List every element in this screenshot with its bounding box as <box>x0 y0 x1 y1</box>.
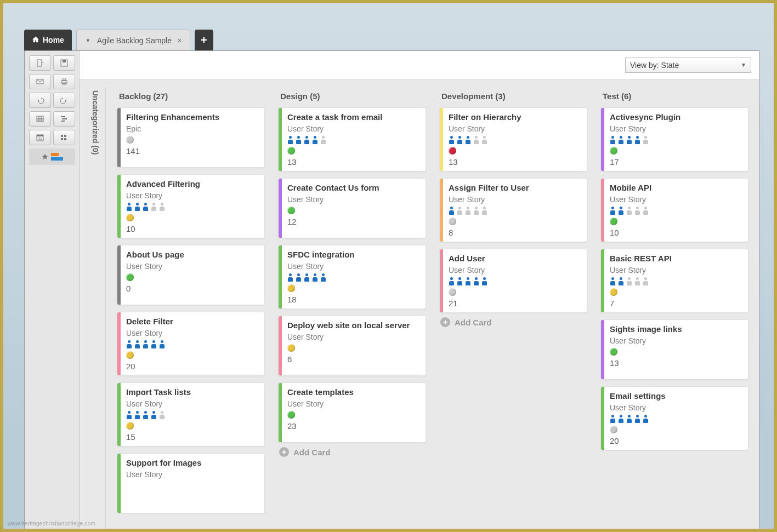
card-title: Import Task lists <box>126 387 259 397</box>
card[interactable]: Support for ImagesUser Story <box>117 453 265 513</box>
person-icon <box>473 207 479 215</box>
uncategorized-label: Uncategorized (0) <box>91 87 100 155</box>
add-tab-button[interactable]: + <box>195 30 213 50</box>
card[interactable]: Sights image linksUser Story13 <box>600 319 748 380</box>
person-icon <box>626 415 632 423</box>
person-icon <box>465 136 471 144</box>
svg-rect-10 <box>61 121 65 122</box>
person-icon <box>618 277 624 285</box>
card-points: 12 <box>287 217 420 226</box>
card-type: User Story <box>126 191 259 200</box>
status-dot <box>126 351 134 359</box>
card-people <box>126 340 259 348</box>
card[interactable]: Email settingsUser Story20 <box>600 386 748 450</box>
person-icon <box>126 411 132 419</box>
card[interactable]: Activesync PluginUser Story17 <box>600 107 748 171</box>
card-type: User Story <box>287 262 420 271</box>
person-icon <box>634 136 640 144</box>
person-icon <box>481 207 487 215</box>
card-people <box>449 136 581 144</box>
person-icon <box>643 415 649 423</box>
status-dot <box>126 136 134 144</box>
svg-rect-2 <box>63 60 66 62</box>
gantt-view-button[interactable] <box>53 111 75 127</box>
card[interactable]: SFDC integrationUser Story18 <box>278 245 426 309</box>
uncategorized-column[interactable]: Uncategorized (0) <box>85 87 106 529</box>
card-title: Create a task from email <box>287 112 420 122</box>
card[interactable]: Filtering EnhancementsEpic141 <box>117 107 265 168</box>
card[interactable]: Delete FilterUser Story20 <box>117 312 265 376</box>
person-icon <box>634 277 640 285</box>
view-by-label: View by: State <box>630 61 679 70</box>
card-title: Email settings <box>610 391 742 401</box>
redo-button[interactable] <box>53 93 75 108</box>
person-icon <box>626 277 632 285</box>
card-points: 21 <box>449 299 581 308</box>
status-dot <box>126 273 134 281</box>
column-test: Test (6)Activesync PluginUser Story17Mob… <box>598 87 751 529</box>
add-card-button[interactable]: +Add Card <box>437 313 589 331</box>
card-people <box>126 203 259 211</box>
new-doc-button[interactable] <box>29 55 51 71</box>
card[interactable]: Basic REST APIUser Story7 <box>600 249 748 313</box>
card[interactable]: Create Contact Us formUser Story12 <box>278 178 426 238</box>
card[interactable]: Create templatesUser Story23 <box>278 382 426 443</box>
card[interactable]: Filter on HierarchyUser Story13 <box>439 107 587 171</box>
card-type: User Story <box>287 195 420 204</box>
person-icon <box>457 207 463 215</box>
person-icon <box>312 273 318 282</box>
card-points: 0 <box>126 284 259 293</box>
grid-view-button[interactable] <box>29 111 51 127</box>
person-icon <box>151 203 157 211</box>
person-icon <box>134 411 140 419</box>
person-icon <box>296 273 302 282</box>
undo-button[interactable] <box>29 93 51 108</box>
card[interactable]: Mobile APIUser Story10 <box>600 178 748 242</box>
card-title: Activesync Plugin <box>610 112 742 122</box>
card[interactable]: Deploy web site on local serverUser Stor… <box>278 316 426 376</box>
column-header: Development (3) <box>437 87 589 107</box>
card-people <box>287 136 420 144</box>
chevron-down-icon: ▼ <box>741 62 746 68</box>
home-tab[interactable]: Home <box>24 30 72 50</box>
add-card-button[interactable]: +Add Card <box>276 443 428 461</box>
card[interactable]: Import Task listsUser Story15 <box>117 382 265 447</box>
card-points: 10 <box>126 224 259 233</box>
save-button[interactable] <box>53 55 75 71</box>
card-title: Sights image links <box>610 324 742 334</box>
print-button[interactable] <box>53 74 75 89</box>
card[interactable]: Add UserUser Story21 <box>439 249 587 313</box>
card-points: 13 <box>449 157 581 167</box>
card[interactable]: Assign Filter to UserUser Story8 <box>439 178 587 242</box>
person-icon <box>449 277 455 285</box>
mail-button[interactable] <box>29 74 51 89</box>
card[interactable]: Create a task from emailUser Story13 <box>278 107 426 171</box>
tab-close-icon[interactable]: × <box>176 36 183 45</box>
card-type: User Story <box>610 266 742 274</box>
highlight-tile[interactable] <box>29 148 75 165</box>
card-points: 17 <box>610 157 742 167</box>
svg-rect-16 <box>61 138 63 140</box>
card[interactable]: Advanced FilteringUser Story10 <box>117 174 265 238</box>
person-icon <box>159 411 165 419</box>
person-icon <box>610 136 616 144</box>
card-view-button[interactable] <box>53 130 75 145</box>
person-icon <box>134 203 140 211</box>
add-card-label: Add Card <box>293 448 331 457</box>
status-dot <box>126 422 134 430</box>
card-points: 7 <box>610 299 742 308</box>
card-type: User Story <box>126 399 259 408</box>
calendar-view-button[interactable]: 31 <box>29 130 51 145</box>
person-icon <box>473 277 479 285</box>
document-tab[interactable]: ▼ Agile Backlog Sample × <box>76 30 190 50</box>
tab-dropdown-icon[interactable]: ▼ <box>83 38 93 43</box>
person-icon <box>449 207 455 215</box>
person-icon <box>320 273 326 282</box>
person-icon <box>449 136 455 144</box>
person-icon <box>304 136 310 144</box>
card[interactable]: About Us pageUser Story0 <box>117 245 265 305</box>
card-people <box>610 207 742 215</box>
card-type: User Story <box>449 195 581 204</box>
view-by-dropdown[interactable]: View by: State ▼ <box>625 58 751 73</box>
status-dot <box>287 411 295 419</box>
